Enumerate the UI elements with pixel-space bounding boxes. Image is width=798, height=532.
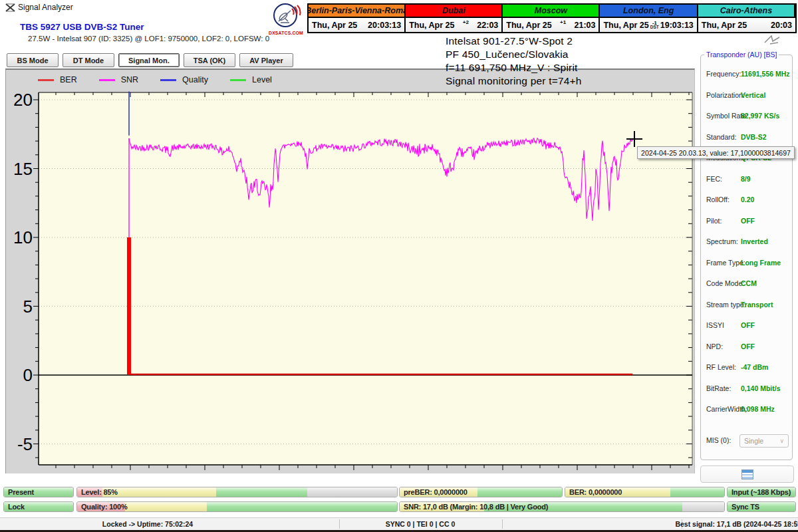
stream-list-icon [741, 469, 753, 479]
gauge-level: Level: 85% [76, 487, 398, 497]
tp-value-3: DVB-S2 [741, 133, 767, 141]
tp-label-5: FEC: [706, 175, 722, 183]
clock-time-value: 20:03:13 [368, 21, 401, 30]
gauge-segment-yellow [102, 487, 216, 497]
gauge-label: BER: 0,0000000 [569, 487, 622, 497]
tp-label-8: Spectrum: [706, 237, 738, 245]
tp-value-15: 0,140 Mbit/s [741, 384, 781, 392]
gauge-label: Present [8, 487, 34, 497]
tab-signal-mon-[interactable]: Signal Mon. [118, 53, 180, 67]
plot-area [39, 92, 692, 465]
tp-value-13: OFF [741, 342, 755, 350]
tp-label-0: Frequency: [706, 70, 741, 78]
gauge-ber: BER: 0,0000000 [565, 487, 725, 497]
statusbar-uptime: Locked -> Uptime: 75:02:24 [102, 520, 193, 528]
tp-value-9: Long Frame [741, 259, 781, 267]
clock-date: Thu, Apr 25 [409, 21, 454, 30]
gauge-label: Level: 85% [81, 487, 118, 497]
resize-grip[interactable]: ⋰ [789, 519, 797, 527]
clock-date: Thu, Apr 25 [312, 21, 357, 30]
tab-tsa-ok-[interactable]: TSA (OK) [184, 53, 235, 67]
status-bar: Locked -> Uptime: 75:02:24 SYNC 0 | TEI … [0, 517, 798, 530]
logo-text: DXSATCS.COM [269, 31, 303, 35]
tp-value-14: -47 dBm [741, 363, 768, 371]
tab-av-player[interactable]: AV Player [239, 53, 293, 67]
gauge-snr: SNR: 17,0 dB (Margin: 10,8 dB | Very Goo… [399, 501, 725, 512]
tp-value-0: 11691,556 MHz [741, 70, 790, 78]
y-tick-label: 5 [23, 297, 33, 317]
y-tick-label: 10 [13, 227, 33, 247]
statusbar-divider [339, 519, 340, 529]
clock-offset: +1 [560, 19, 566, 25]
tp-label-15: BitRate: [706, 384, 731, 392]
mis-selected-value: Single [744, 437, 763, 445]
transponder-panel-title: Transponder (AU) [BS] [704, 51, 779, 59]
clock-city-london-eng: London, Eng [600, 5, 698, 18]
gauge-label: Sync TS [732, 502, 759, 511]
tab-bs-mode[interactable]: BS Mode [7, 53, 59, 67]
tp-value-11: Transport [741, 301, 773, 309]
transport-stream-button[interactable] [700, 466, 794, 483]
gauge-present: Present [3, 487, 74, 497]
world-clocks: Berlin-Paris-Vienna-RomaDubaiMoscowLondo… [307, 3, 797, 33]
tp-label-9: Frame Type: [706, 259, 745, 267]
mis-select[interactable]: Single∨ [739, 434, 789, 448]
gauge-lock: Lock [3, 501, 74, 512]
tp-label-1: Polarization: [706, 91, 745, 99]
signal-chart-panel: BERSNRQualityLevel 20151050-5 [5, 68, 695, 473]
clock-city-moscow: Moscow [503, 5, 600, 18]
tp-label-13: NPD: [706, 342, 723, 350]
y-tick-label: 0 [23, 365, 33, 385]
gauge-segment-gray [307, 487, 397, 497]
gauge-label: Lock [8, 502, 25, 511]
clock-widget-grip-icon [763, 35, 781, 45]
tp-value-8: Inverted [741, 237, 768, 245]
tp-value-7: OFF [741, 217, 755, 225]
tab-dt-mode[interactable]: DT Mode [63, 53, 114, 67]
chevron-down-icon: ∨ [779, 438, 784, 444]
tp-label-7: Pilot: [706, 217, 722, 225]
clock-offset: +2 [463, 19, 469, 25]
gauge-segment-green [477, 487, 562, 497]
gauge-input-kbps-: Input (~188 Kbps) [727, 487, 796, 497]
clock-city-berlin-paris-vienna-roma: Berlin-Paris-Vienna-Roma [309, 5, 406, 18]
tp-label-14: RF Level: [706, 363, 736, 371]
clock-time: Thu, Apr 2520:03:13 [309, 18, 406, 32]
gauge-segments [77, 487, 397, 497]
statusbar-divider [502, 519, 503, 529]
clock-dst-offset: -1DST [650, 21, 659, 29]
clock-time: Thu, Apr 25+222:03 [406, 18, 503, 32]
gauge-label: Input (~188 Kbps) [732, 487, 791, 497]
device-title: TBS 5927 USB DVB-S2 Tuner [20, 22, 144, 32]
satellite-dish-icon [269, 3, 303, 29]
clock-city-cairo-athens: Cairo-Athens [698, 5, 795, 18]
gauge-sync-ts: Sync TS [727, 501, 796, 512]
mode-tabs: BS ModeDT ModeSignal Mon.TSA (OK)AV Play… [7, 53, 293, 67]
tp-value-10: CCM [741, 279, 757, 287]
clock-time: Thu, Apr 2520:03 [698, 18, 795, 32]
gauge-label: SNR: 17,0 dB (Margin: 10,8 dB | Very Goo… [404, 502, 548, 511]
gauge-segment-green [216, 487, 307, 497]
clock-date: Thu, Apr 25 [603, 21, 648, 30]
clock-time: Thu, Apr 25+121:03 [503, 18, 600, 32]
gauge-segment-yellow [125, 502, 207, 511]
clock-date: Thu, Apr 25 [506, 21, 551, 30]
tp-value-16: 0,098 MHz [741, 405, 775, 413]
gauge-segment-gray [682, 502, 724, 511]
signal-chart[interactable]: 20151050-5 [6, 70, 696, 475]
annotation-line-2: PF 450_Lučenec/Slovakia [446, 48, 582, 61]
tp-value-5: 8/9 [741, 175, 751, 183]
statusbar-sync: SYNC 0 | TEI 0 | CC 0 [386, 520, 456, 528]
ber-start-spike [127, 237, 131, 374]
clock-time-value: 22:03 [477, 21, 498, 30]
gauge-label: Quality: 100% [81, 502, 128, 511]
gauge-quality: Quality: 100% [76, 501, 398, 512]
clock-time-value: 20:03 [771, 21, 792, 30]
clock-time-value: 19:03:13 [660, 21, 694, 30]
annotation-overlay: Intelsat 901-27.5°W-Spot 2 PF 450_Lučene… [446, 35, 582, 88]
annotation-line-3: f=11 691,750 MHz_V : Spirit [446, 61, 582, 74]
tp-label-6: RollOff: [706, 196, 730, 203]
clock-date: Thu, Apr 25 [702, 21, 747, 30]
window-title: Signal Analyzer [18, 3, 73, 12]
y-tick-label: 15 [13, 159, 33, 179]
